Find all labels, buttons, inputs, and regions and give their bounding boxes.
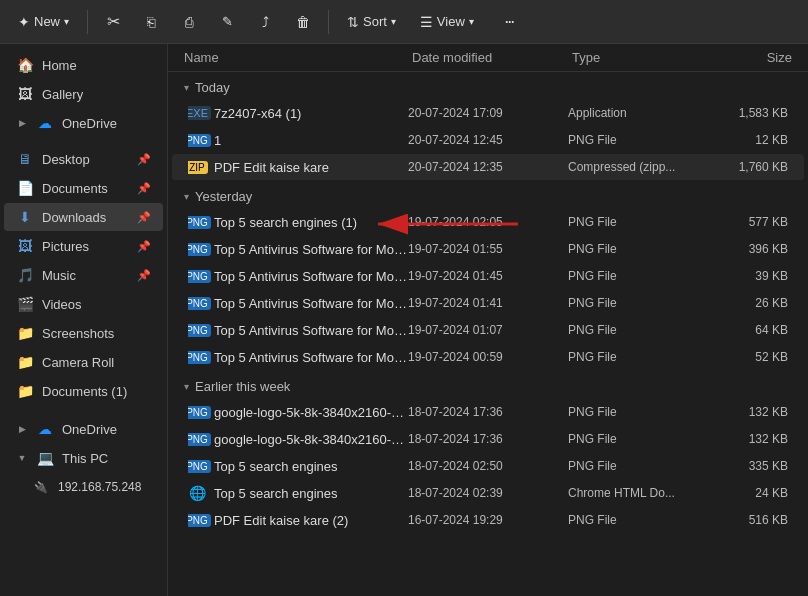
sidebar-item-home[interactable]: 🏠 Home	[4, 51, 163, 79]
file-type-label: Chrome HTML Do...	[568, 486, 708, 500]
file-name: PDF Edit kaise kare (2)	[214, 513, 348, 528]
table-row[interactable]: PNG 1 20-07-2024 12:45 PNG File 12 KB	[172, 127, 804, 153]
sidebar-item-documents[interactable]: 📄 Documents 📌	[4, 174, 163, 202]
group-header-today[interactable]: ▾Today	[168, 72, 808, 99]
delete-button[interactable]: 🗑	[286, 5, 320, 39]
table-row[interactable]: PNG google-logo-5k-8k-3840x2160-11298 (1…	[172, 399, 804, 425]
sidebar-item-music-label: Music	[42, 268, 76, 283]
table-row[interactable]: PNG Top 5 Antivirus Software for Mobile …	[172, 317, 804, 343]
table-row[interactable]: EXE 7z2407-x64 (1) 20-07-2024 17:09 Appl…	[172, 100, 804, 126]
file-name-cell: PNG Top 5 search engines (1)	[188, 213, 408, 231]
file-date: 18-07-2024 02:39	[408, 486, 568, 500]
new-button[interactable]: ✦ New ▾	[8, 9, 79, 35]
sidebar-item-network[interactable]: 🔌 192.168.75.248	[4, 473, 163, 501]
group-chevron-earlier-this-week-icon[interactable]: ▾	[184, 381, 189, 392]
onedrive2-icon: ☁	[36, 420, 54, 438]
table-row[interactable]: PNG Top 5 Antivirus Software for Mobile …	[172, 344, 804, 370]
sidebar-item-documents-label: Documents	[42, 181, 108, 196]
file-size: 1,760 KB	[708, 160, 788, 174]
more-button[interactable]: ···	[492, 5, 526, 39]
file-type-label: PNG File	[568, 350, 708, 364]
new-icon: ✦	[18, 14, 30, 30]
sidebar-item-onedrive2-label: OneDrive	[62, 422, 117, 437]
desktop-icon: 🖥	[16, 150, 34, 168]
sidebar-item-camera-roll[interactable]: 📁 Camera Roll	[4, 348, 163, 376]
group-chevron-yesterday-icon[interactable]: ▾	[184, 191, 189, 202]
share-button[interactable]: ⤴	[248, 5, 282, 39]
copy-button[interactable]: ⎗	[134, 5, 168, 39]
file-date: 20-07-2024 12:35	[408, 160, 568, 174]
file-size: 396 KB	[708, 242, 788, 256]
sidebar-item-videos[interactable]: 🎬 Videos	[4, 290, 163, 318]
cut-button[interactable]: ✂	[96, 5, 130, 39]
table-row[interactable]: PNG Top 5 search engines (1) 19-07-2024 …	[172, 209, 804, 235]
sort-icon: ⇅	[347, 14, 359, 30]
file-date: 18-07-2024 17:36	[408, 432, 568, 446]
table-row[interactable]: PNG Top 5 Antivirus Software for Mobile …	[172, 290, 804, 316]
sidebar-item-onedrive2[interactable]: ▶ ☁ OneDrive	[4, 415, 163, 443]
file-name: Top 5 search engines	[214, 459, 338, 474]
group-chevron-today-icon[interactable]: ▾	[184, 82, 189, 93]
file-name-cell: PNG Top 5 Antivirus Software for Mobile	[188, 240, 408, 258]
sidebar-item-documents2[interactable]: 📁 Documents (1)	[4, 377, 163, 405]
table-row[interactable]: 🌐 Top 5 search engines 18-07-2024 02:39 …	[172, 480, 804, 506]
table-row[interactable]: PNG google-logo-5k-8k-3840x2160-11298 18…	[172, 426, 804, 452]
file-size: 132 KB	[708, 432, 788, 446]
table-row[interactable]: PNG Top 5 Antivirus Software for Mobile …	[172, 263, 804, 289]
sidebar: 🏠 Home 🖼 Gallery ▶ ☁ OneDrive 🖥 Desktop …	[0, 44, 168, 596]
sidebar-item-pictures-label: Pictures	[42, 239, 89, 254]
file-name-cell: PNG Top 5 Antivirus Software for Mobile …	[188, 267, 408, 285]
group-header-yesterday[interactable]: ▾Yesterday	[168, 181, 808, 208]
toolbar-separator-2	[328, 10, 329, 34]
view-chevron-icon: ▾	[469, 16, 474, 27]
sidebar-item-gallery[interactable]: 🖼 Gallery	[4, 80, 163, 108]
table-row[interactable]: PNG Top 5 Antivirus Software for Mobile …	[172, 236, 804, 262]
sidebar-item-pictures[interactable]: 🖼 Pictures 📌	[4, 232, 163, 260]
documents-pin-icon: 📌	[137, 182, 151, 195]
col-date-header[interactable]: Date modified	[412, 50, 572, 65]
sidebar-item-downloads[interactable]: ⬇ Downloads 📌	[4, 203, 163, 231]
file-type-icon: ZIP	[188, 158, 206, 176]
file-size: 577 KB	[708, 215, 788, 229]
rename-button[interactable]: ✎	[210, 5, 244, 39]
file-size: 516 KB	[708, 513, 788, 527]
sidebar-item-desktop[interactable]: 🖥 Desktop 📌	[4, 145, 163, 173]
sidebar-item-onedrive[interactable]: ▶ ☁ OneDrive	[4, 109, 163, 137]
paste-button[interactable]: ⎙	[172, 5, 206, 39]
col-name-header[interactable]: Name	[184, 50, 412, 65]
onedrive-expand-icon: ▶	[16, 117, 28, 129]
group-header-earlier-this-week[interactable]: ▾Earlier this week	[168, 371, 808, 398]
file-type-icon: PNG	[188, 294, 206, 312]
sidebar-item-screenshots[interactable]: 📁 Screenshots	[4, 319, 163, 347]
file-name-cell: ZIP PDF Edit kaise kare	[188, 158, 408, 176]
sidebar-item-documents2-label: Documents (1)	[42, 384, 127, 399]
file-date: 19-07-2024 01:07	[408, 323, 568, 337]
file-size: 39 KB	[708, 269, 788, 283]
file-type-icon: PNG	[188, 511, 206, 529]
sidebar-item-desktop-label: Desktop	[42, 152, 90, 167]
file-name-cell: PNG google-logo-5k-8k-3840x2160-11298	[188, 430, 408, 448]
file-type-label: Compressed (zipp...	[568, 160, 708, 174]
file-name-cell: PNG PDF Edit kaise kare (2)	[188, 511, 408, 529]
table-row[interactable]: ZIP PDF Edit kaise kare 20-07-2024 12:35…	[172, 154, 804, 180]
col-type-header[interactable]: Type	[572, 50, 712, 65]
file-list: ▾Today EXE 7z2407-x64 (1) 20-07-2024 17:…	[168, 72, 808, 596]
file-type-label: Application	[568, 106, 708, 120]
col-size-header[interactable]: Size	[712, 50, 792, 65]
file-type-icon: PNG	[188, 403, 206, 421]
view-button[interactable]: ☰ View ▾	[410, 9, 484, 35]
table-row[interactable]: PNG Top 5 search engines 18-07-2024 02:5…	[172, 453, 804, 479]
file-type-icon: EXE	[188, 104, 206, 122]
file-type-label: PNG File	[568, 323, 708, 337]
file-name: Top 5 Antivirus Software for Mobile (3)	[214, 296, 408, 311]
sidebar-item-thispc[interactable]: ▼ 💻 This PC	[4, 444, 163, 472]
file-date: 20-07-2024 17:09	[408, 106, 568, 120]
sidebar-item-music[interactable]: 🎵 Music 📌	[4, 261, 163, 289]
table-row[interactable]: PNG PDF Edit kaise kare (2) 16-07-2024 1…	[172, 507, 804, 533]
file-date: 19-07-2024 00:59	[408, 350, 568, 364]
gallery-icon: 🖼	[16, 85, 34, 103]
file-date: 18-07-2024 02:50	[408, 459, 568, 473]
downloads-pin-icon: 📌	[137, 211, 151, 224]
sidebar-item-network-label: 192.168.75.248	[58, 480, 141, 494]
sort-button[interactable]: ⇅ Sort ▾	[337, 9, 406, 35]
